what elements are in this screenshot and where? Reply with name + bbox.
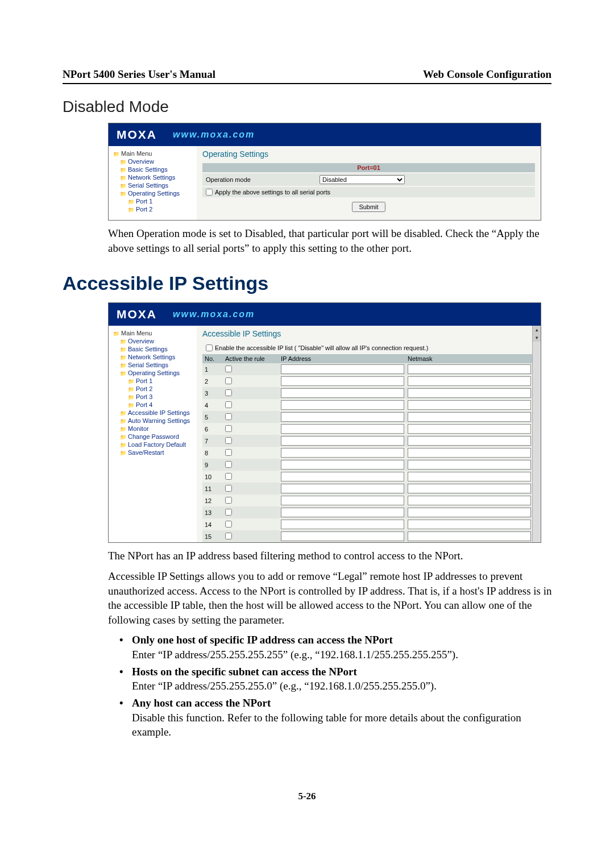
row-active-checkbox[interactable] [225,473,232,480]
paragraph: When Operation mode is set to Disabled, … [108,226,563,255]
row-active-checkbox[interactable] [225,377,232,384]
row-active-checkbox[interactable] [225,413,232,420]
row-active-checkbox[interactable] [225,449,232,456]
bullet-title: Any host can access the NPort [132,697,271,709]
row-active-checkbox[interactable] [225,461,232,468]
submit-button[interactable] [352,202,385,212]
row-no: 3 [202,387,223,399]
row-ip-input[interactable] [281,472,404,481]
row-ip-input[interactable] [281,364,404,374]
operation-mode-select[interactable]: Disabled [320,175,405,184]
moxa-url: www.moxa.com [173,130,255,140]
enable-ip-list-label: Enable the accessible IP list ( "Disable… [215,344,428,351]
tree-item[interactable]: Port 1 [112,377,194,385]
row-ip-input[interactable] [281,436,404,446]
row-mask-input[interactable] [408,496,531,505]
row-active-checkbox[interactable] [225,366,232,372]
row-mask-input[interactable] [408,460,531,470]
row-active-cell [223,518,279,530]
row-ip-cell [279,447,405,459]
tree-item[interactable]: Port 3 [112,393,194,401]
tree-item[interactable]: Auto Warning Settings [112,417,194,425]
row-mask-input[interactable] [408,472,531,481]
enable-ip-list-checkbox[interactable] [206,344,213,351]
row-ip-input[interactable] [281,508,404,517]
row-ip-input[interactable] [281,412,404,422]
row-mask-input[interactable] [408,484,531,493]
row-ip-input[interactable] [281,496,404,505]
row-mask-cell [405,471,532,483]
row-mask-input[interactable] [408,376,531,386]
row-mask-cell [405,530,532,542]
tree-item[interactable]: Network Settings [112,173,194,181]
tree-item[interactable]: Operating Settings [112,369,194,377]
row-ip-input[interactable] [281,400,404,410]
row-active-checkbox[interactable] [225,437,232,444]
tree-item[interactable]: Serial Settings [112,361,194,369]
row-active-cell [223,447,279,459]
row-ip-input[interactable] [281,460,404,470]
scrollbar[interactable]: ▴ ▾ [532,326,541,542]
row-ip-input[interactable] [281,388,404,398]
section-heading: Disabled Mode [63,98,551,116]
apply-all-checkbox[interactable] [206,189,213,196]
row-ip-input[interactable] [281,531,404,541]
row-mask-input[interactable] [408,364,531,374]
row-active-cell [223,411,279,423]
row-active-checkbox[interactable] [225,389,232,396]
row-active-checkbox[interactable] [225,509,232,516]
moxa-logo: MOXA [117,128,157,142]
tree-item[interactable]: Serial Settings [112,181,194,189]
tree-item[interactable]: Network Settings [112,353,194,361]
row-active-cell [223,399,279,411]
row-ip-cell [279,483,405,495]
screenshot-accessible-ip: MOXA www.moxa.com Main Menu Overview Bas… [108,302,541,543]
row-ip-cell [279,375,405,387]
row-active-checkbox[interactable] [225,401,232,408]
row-active-checkbox[interactable] [225,521,232,528]
tree-item[interactable]: Basic Settings [112,165,194,173]
bullet-title: Only one host of specific IP address can… [132,634,393,646]
tree-item[interactable]: Port 4 [112,401,194,409]
tree-item[interactable]: Accessible IP Settings [112,409,194,417]
row-mask-input[interactable] [408,520,531,529]
tree-item[interactable]: Load Factory Default [112,441,194,448]
row-ip-cell [279,411,405,423]
tree-item[interactable]: Overview [112,337,194,345]
row-active-cell [223,387,279,399]
tree-item[interactable]: Port 2 [112,205,194,213]
row-ip-input[interactable] [281,376,404,386]
row-active-checkbox[interactable] [225,497,232,504]
row-mask-input[interactable] [408,400,531,410]
row-active-checkbox[interactable] [225,533,232,539]
tree-root[interactable]: Main Menu [112,149,194,157]
page-header: NPort 5400 Series User's Manual Web Cons… [63,68,551,84]
row-mask-input[interactable] [408,412,531,422]
scroll-down-icon[interactable]: ▾ [533,334,541,342]
row-mask-input[interactable] [408,388,531,398]
row-ip-input[interactable] [281,520,404,529]
tree-item[interactable]: Operating Settings [112,189,194,197]
tree-item[interactable]: Port 1 [112,197,194,205]
tree-item[interactable]: Overview [112,157,194,165]
row-ip-cell [279,518,405,530]
row-active-checkbox[interactable] [225,425,232,432]
moxa-banner: MOXA www.moxa.com [109,303,541,326]
row-mask-input[interactable] [408,436,531,446]
tree-item[interactable]: Save/Restart [112,448,194,456]
bullet-body: Enter “IP address/255.255.255.0” (e.g., … [132,680,437,692]
row-ip-input[interactable] [281,448,404,458]
tree-item[interactable]: Port 2 [112,385,194,393]
tree-item[interactable]: Basic Settings [112,345,194,353]
row-mask-input[interactable] [408,448,531,458]
row-mask-input[interactable] [408,424,531,434]
row-ip-input[interactable] [281,424,404,434]
row-active-checkbox[interactable] [225,485,232,492]
tree-item[interactable]: Change Password [112,433,194,441]
row-mask-input[interactable] [408,508,531,517]
row-ip-input[interactable] [281,484,404,493]
tree-root[interactable]: Main Menu [112,329,194,337]
scroll-up-icon[interactable]: ▴ [533,326,541,334]
row-mask-input[interactable] [408,531,531,541]
tree-item[interactable]: Monitor [112,425,194,433]
